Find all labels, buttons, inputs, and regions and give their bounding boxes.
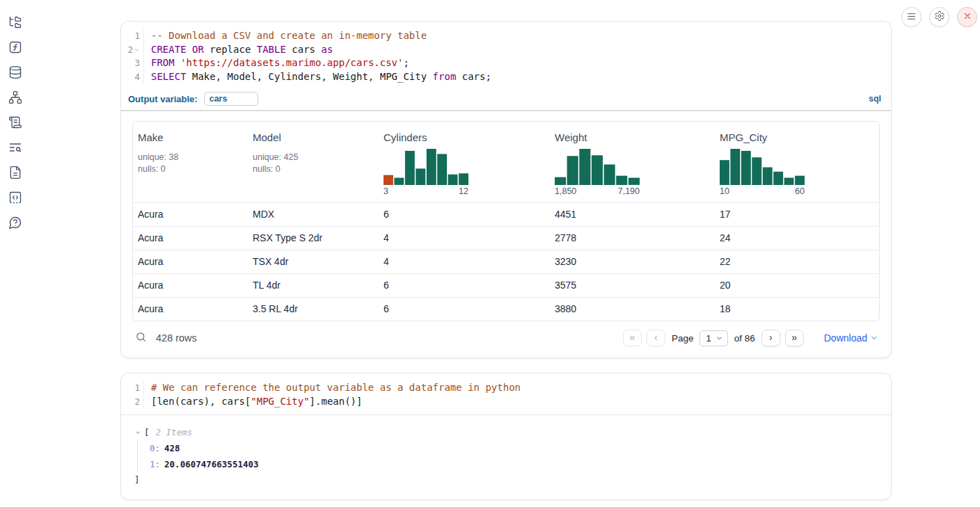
code-token: [len(cars), cars[	[151, 396, 251, 407]
download-button[interactable]: Download	[824, 332, 878, 344]
code-snippets-icon	[8, 191, 22, 204]
table-cell: 6	[379, 298, 550, 321]
column-histogram	[720, 149, 805, 185]
line-number: 1	[121, 381, 144, 395]
column-header-weight[interactable]: Weight1,8507,190	[550, 122, 715, 202]
axis-max: 12	[459, 186, 468, 196]
table-cell: 3.5 RL 4dr	[248, 298, 379, 321]
code-token	[187, 44, 192, 55]
python-code-editor[interactable]: 1# We can reference the output variable …	[121, 373, 891, 415]
table-cell: 4	[379, 250, 550, 273]
sidebar-item-snippets[interactable]	[7, 190, 24, 204]
axis-max: 7,190	[618, 186, 640, 196]
menu-button[interactable]	[901, 7, 922, 27]
database-icon	[8, 65, 22, 79]
table-cell: 4451	[550, 203, 715, 226]
table-row[interactable]: AcuraTSX 4dr4323022	[133, 250, 879, 273]
function-icon	[8, 40, 22, 54]
next-page-button[interactable]: ›	[761, 330, 780, 346]
next-page-icon: ›	[769, 332, 773, 342]
code-token: 'https://datasets.marimo.app/cars.csv'	[180, 57, 403, 68]
sql-cell: 1-- Download a CSV and create an in-memo…	[120, 21, 892, 358]
page-select[interactable]: 1	[700, 330, 727, 346]
code-token: ;	[403, 57, 409, 68]
code-token	[175, 57, 180, 68]
axis-min: 1,850	[555, 186, 576, 196]
search-button[interactable]	[134, 330, 148, 346]
python-cell: 1# We can reference the output variable …	[120, 373, 892, 500]
output-list-body: 0:4281:20.060747663551403	[137, 440, 880, 472]
table-cell: Acura	[133, 274, 248, 297]
column-name: MPG_City	[720, 131, 874, 143]
sidebar-item-help[interactable]	[7, 215, 24, 230]
entry-index: 1:	[150, 459, 160, 469]
last-page-button[interactable]: »	[785, 330, 804, 346]
code-token: # We can reference the output variable a…	[151, 382, 521, 393]
language-badge[interactable]: sql	[869, 94, 884, 104]
output-variable-label: Output variable:	[128, 94, 198, 104]
code-token: TABLE	[257, 44, 286, 55]
table-cell: TL 4dr	[248, 274, 379, 297]
table-footer: 428 rows « ‹ Page 1 of 86 › » Download	[132, 330, 880, 351]
sidebar-item-outline[interactable]	[7, 140, 24, 154]
search-icon	[135, 331, 147, 345]
table-cell: 3880	[550, 298, 715, 321]
table-row[interactable]: AcuraRSX Type S 2dr4277824	[133, 226, 879, 250]
column-header-make[interactable]: Makeunique: 38nulls: 0	[133, 122, 248, 202]
last-page-icon: »	[791, 332, 797, 342]
code-token: Make, Model, Cylinders, Weight, MPG_City	[187, 71, 433, 82]
column-name: Model	[253, 131, 373, 143]
table-row[interactable]: AcuraTL 4dr6357520	[133, 273, 879, 297]
column-header-model[interactable]: Modelunique: 425nulls: 0	[248, 122, 379, 202]
window-controls	[901, 7, 977, 27]
code-line: 1# We can reference the output variable …	[121, 381, 891, 395]
line-number: 1	[121, 29, 144, 43]
entry-value: 20.060747663551403	[164, 459, 258, 469]
first-page-button[interactable]: «	[623, 330, 642, 346]
prev-page-icon: ‹	[654, 332, 658, 342]
column-histogram	[384, 149, 468, 185]
chevron-down-icon	[870, 334, 878, 342]
settings-button[interactable]	[929, 7, 949, 27]
code-token: OR	[192, 44, 204, 55]
histogram-axis: 1060	[720, 186, 805, 196]
sidebar-item-variables[interactable]	[7, 40, 24, 54]
fold-chevron-icon[interactable]	[134, 43, 140, 57]
table-cell: 6	[379, 203, 550, 226]
chevron-down-icon	[716, 335, 723, 342]
table-cell: 2778	[550, 227, 715, 250]
sidebar-item-data-sources[interactable]	[7, 65, 24, 79]
output-variable-input[interactable]	[204, 92, 258, 106]
table-row[interactable]: AcuraMDX6445117	[133, 202, 879, 226]
python-cell-output: [ 2 Items 0:4281:20.060747663551403 ]	[121, 415, 891, 499]
column-header-cylinders[interactable]: Cylinders312	[379, 122, 550, 202]
column-header-mpg_city[interactable]: MPG_City1060	[715, 122, 879, 202]
entry-value: 428	[164, 443, 180, 453]
data-table: Makeunique: 38nulls: 0Modelunique: 425nu…	[132, 121, 880, 321]
table-cell: Acura	[133, 227, 248, 250]
shutdown-button[interactable]	[957, 7, 977, 27]
prev-page-button[interactable]: ‹	[647, 330, 665, 346]
column-name: Cylinders	[384, 131, 544, 143]
scroll-icon	[8, 115, 22, 129]
table-cell: 17	[715, 203, 879, 226]
code-token: FROM	[151, 57, 175, 68]
sidebar-item-logs[interactable]	[7, 115, 24, 129]
pagination: « ‹ Page 1 of 86 › » Download	[623, 330, 878, 346]
sql-code-editor[interactable]: 1-- Download a CSV and create an in-memo…	[121, 22, 891, 90]
code-token: cars	[286, 44, 322, 55]
sidebar-item-documentation[interactable]	[7, 165, 24, 179]
code-line: 2[len(cars), cars["MPG_City"].mean()]	[121, 395, 891, 409]
output-list-entry: 0:428	[150, 440, 880, 456]
sidebar-item-dependency-graph[interactable]	[7, 90, 24, 104]
line-number: 2	[121, 43, 144, 57]
hamburger-menu-icon	[906, 11, 917, 24]
table-row[interactable]: Acura3.5 RL 4dr6388018	[133, 297, 879, 321]
line-number: 2	[121, 395, 144, 409]
table-cell: 3575	[550, 274, 715, 297]
output-list-toggle[interactable]: [ 2 Items	[134, 425, 880, 440]
sidebar-item-file-explorer[interactable]	[7, 15, 24, 29]
table-cell: RSX Type S 2dr	[248, 227, 379, 250]
page-label: Page	[672, 333, 694, 344]
column-histogram	[555, 149, 640, 185]
